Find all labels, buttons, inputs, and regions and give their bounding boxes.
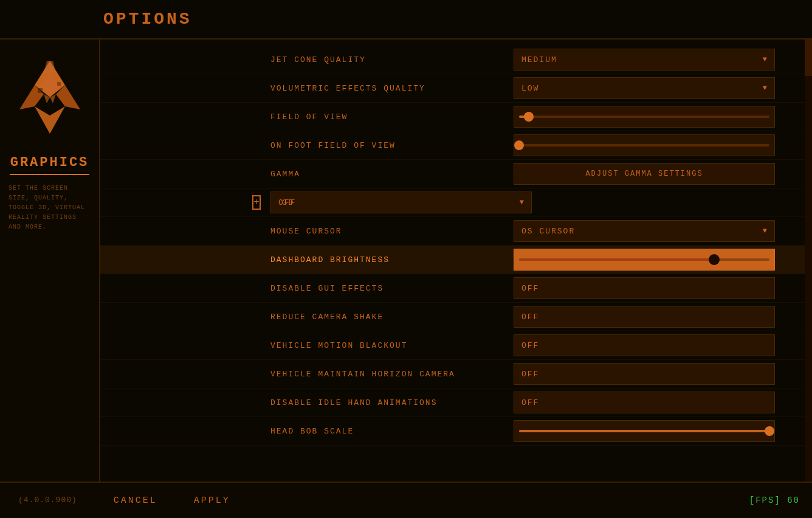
option-control-disable-idle-hand[interactable]: OFF	[514, 392, 775, 413]
version-text: (4.0.0.900)	[18, 496, 77, 506]
option-row-reduce-camera-shake: REDUCE CAMERA SHAKE OFF	[100, 303, 812, 331]
sidebar: GRAPHICS SET THE SCREEN SIZE, QUALITY, T…	[0, 40, 100, 482]
mouse-cursor-dropdown[interactable]: OS CURSOR ▼	[514, 220, 775, 242]
section-description: SET THE SCREEN SIZE, QUALITY, TOGGLE 3D,…	[0, 184, 99, 232]
option-label-dashboard-brightness: DASHBOARD BRIGHTNESS	[270, 255, 514, 264]
3d-add-button[interactable]: +	[252, 195, 261, 210]
option-label-fov: FIELD OF VIEW	[270, 112, 514, 122]
scrollbar[interactable]	[805, 40, 812, 482]
dashboard-track	[519, 258, 769, 261]
bottom-bar: (4.0.0.900) CANCEL APPLY [FPS] 60	[0, 482, 812, 518]
options-list: JET CONE QUALITY MEDIUM ▼ VOLUMETRIC EFF…	[100, 40, 812, 452]
adjust-gamma-button[interactable]: ADJUST GAMMA SETTINGS	[514, 163, 775, 185]
jet-cone-value: MEDIUM	[521, 55, 557, 64]
option-row-vehicle-motion-blackout: VEHICLE MOTION BLACKOUT OFF	[100, 331, 812, 360]
3d-add-wrapper: + 3D	[252, 195, 301, 210]
option-label-disable-idle-hand: DISABLE IDLE HAND ANIMATIONS	[270, 398, 514, 407]
option-control-head-bob[interactable]	[514, 420, 775, 442]
option-control-vehicle-motion-blackout[interactable]: OFF	[514, 334, 775, 356]
option-control-mouse-cursor[interactable]: OS CURSOR ▼	[514, 220, 775, 242]
dashboard-fill	[519, 258, 714, 261]
svg-marker-7	[44, 61, 56, 73]
disable-gui-value: OFF	[521, 284, 539, 293]
volumetric-dropdown[interactable]: LOW ▼	[514, 77, 775, 99]
head-bob-thumb[interactable]	[765, 426, 774, 436]
option-label-volumetric: VOLUMETRIC EFFECTS QUALITY	[270, 84, 514, 93]
jet-cone-arrow-icon: ▼	[763, 55, 767, 64]
disable-idle-hand-control[interactable]: OFF	[514, 392, 775, 413]
vehicle-motion-value: OFF	[521, 341, 539, 350]
option-label-on-foot-fov: ON FOOT FIELD OF VIEW	[270, 141, 514, 150]
option-label-mouse-cursor: MOUSE CURSOR	[270, 227, 514, 236]
gamma-btn-label: ADJUST GAMMA SETTINGS	[585, 170, 703, 178]
option-control-gamma[interactable]: ADJUST GAMMA SETTINGS	[514, 163, 775, 185]
disable-idle-hand-value: OFF	[521, 398, 539, 407]
main-content: JET CONE QUALITY MEDIUM ▼ VOLUMETRIC EFF…	[100, 40, 812, 482]
option-row-gamma: GAMMA ADJUST GAMMA SETTINGS	[100, 160, 812, 188]
option-label-jet-cone: JET CONE QUALITY	[270, 55, 514, 64]
option-control-fov[interactable]	[514, 106, 775, 128]
option-label-disable-gui: DISABLE GUI EFFECTS	[270, 284, 514, 293]
mouse-cursor-arrow-icon: ▼	[763, 227, 767, 235]
volumetric-value: LOW	[521, 84, 539, 93]
option-row-fov: FIELD OF VIEW	[100, 103, 812, 131]
option-control-disable-gui[interactable]: OFF	[514, 277, 775, 299]
scrollbar-thumb[interactable]	[805, 40, 812, 76]
option-control-volumetric[interactable]: LOW ▼	[514, 77, 775, 99]
on-foot-fov-slider[interactable]	[514, 134, 775, 156]
volumetric-arrow-icon: ▼	[763, 84, 767, 92]
reduce-camera-shake-value: OFF	[521, 313, 539, 322]
jet-cone-dropdown[interactable]: MEDIUM ▼	[514, 49, 775, 71]
option-label-vehicle-horizon: VEHICLE MAINTAIN HORIZON CAMERA	[270, 370, 514, 379]
dashboard-brightness-slider[interactable]	[514, 249, 775, 271]
option-row-vehicle-horizon: VEHICLE MAINTAIN HORIZON CAMERA OFF	[100, 360, 812, 388]
mouse-cursor-value: OS CURSOR	[521, 227, 575, 236]
title-bar: OPTIONS	[0, 0, 812, 40]
disable-gui-control[interactable]: OFF	[514, 277, 775, 299]
fps-counter: [FPS] 60	[749, 496, 800, 505]
svg-marker-3	[35, 106, 65, 134]
dashboard-thumb[interactable]	[709, 254, 720, 265]
option-row-dashboard-brightness: DASHBOARD BRIGHTNESS	[100, 246, 812, 274]
logo	[10, 52, 89, 143]
option-row-head-bob: HEAD BOB SCALE	[100, 417, 812, 446]
head-bob-track	[519, 430, 769, 432]
3d-arrow-icon: ▼	[520, 198, 524, 207]
option-label-gamma: GAMMA	[270, 170, 514, 179]
section-title: GRAPHICS	[10, 155, 89, 170]
option-control-reduce-camera-shake[interactable]: OFF	[514, 306, 775, 328]
apply-button[interactable]: APPLY	[194, 496, 230, 506]
option-row-disable-gui: DISABLE GUI EFFECTS OFF	[100, 274, 812, 303]
fov-slider[interactable]	[514, 106, 775, 128]
page-title: OPTIONS	[103, 10, 192, 29]
option-control-on-foot-fov[interactable]	[514, 134, 775, 156]
logo-icon	[13, 55, 86, 140]
fov-thumb[interactable]	[524, 112, 534, 122]
option-label-vehicle-motion-blackout: VEHICLE MOTION BLACKOUT	[270, 341, 514, 350]
option-control-dashboard-brightness[interactable]	[514, 249, 775, 271]
section-divider	[10, 174, 89, 175]
option-row-disable-idle-hand: DISABLE IDLE HAND ANIMATIONS OFF	[100, 388, 812, 417]
vehicle-horizon-control[interactable]: OFF	[514, 363, 775, 385]
on-foot-fov-track	[519, 144, 769, 147]
head-bob-slider[interactable]	[514, 420, 775, 442]
option-control-vehicle-horizon[interactable]: OFF	[514, 363, 775, 385]
fov-track	[519, 116, 769, 118]
svg-rect-9	[57, 82, 61, 86]
option-row-on-foot-fov: ON FOOT FIELD OF VIEW	[100, 131, 812, 160]
bottom-buttons: (4.0.0.900) CANCEL APPLY	[12, 496, 230, 506]
option-label-head-bob: HEAD BOB SCALE	[270, 427, 514, 436]
reduce-camera-shake-control[interactable]: OFF	[514, 306, 775, 328]
vehicle-motion-control[interactable]: OFF	[514, 334, 775, 356]
option-row-3d: + 3D OFF ▼	[100, 188, 812, 217]
on-foot-fov-thumb[interactable]	[514, 140, 524, 150]
option-row-volumetric: VOLUMETRIC EFFECTS QUALITY LOW ▼	[100, 74, 812, 103]
option-row-mouse-cursor: MOUSE CURSOR OS CURSOR ▼	[100, 217, 812, 246]
svg-rect-8	[38, 88, 43, 93]
cancel-button[interactable]: CANCEL	[114, 496, 157, 506]
option-control-jet-cone[interactable]: MEDIUM ▼	[514, 49, 775, 71]
vehicle-horizon-value: OFF	[521, 370, 539, 379]
option-row-jet-cone-quality: JET CONE QUALITY MEDIUM ▼	[100, 46, 812, 74]
option-label-3d: 3D	[264, 198, 507, 207]
head-bob-fill	[519, 430, 769, 432]
